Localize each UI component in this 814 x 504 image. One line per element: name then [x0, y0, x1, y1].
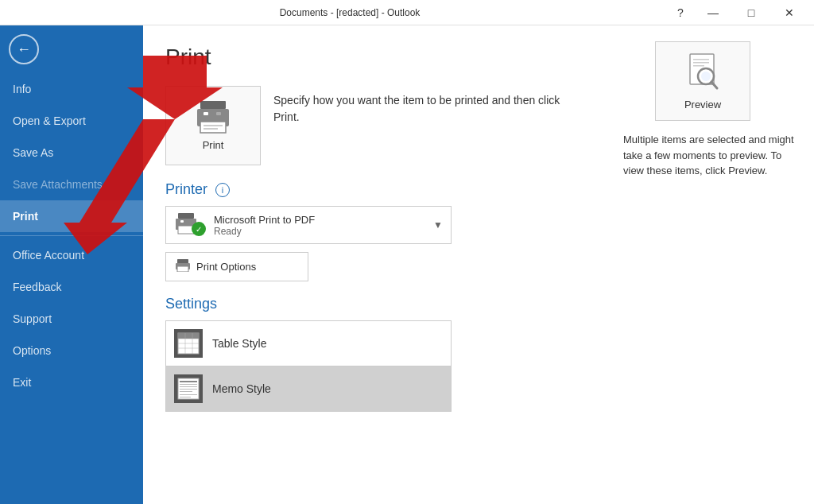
svg-rect-11 — [177, 259, 188, 263]
printer-dropdown-arrow-icon: ▼ — [433, 219, 443, 231]
settings-list: Table Style — [165, 320, 452, 412]
settings-item-memo-style[interactable]: Memo Style — [165, 366, 452, 412]
svg-rect-15 — [178, 333, 199, 339]
printer-info: Microsoft Print to PDF Ready — [214, 214, 433, 237]
preview-panel: Preview Multiple items are selected and … — [607, 25, 814, 504]
back-button[interactable]: ← — [0, 25, 48, 73]
print-options-icon — [176, 259, 190, 274]
table-style-label: Table Style — [212, 337, 266, 350]
svg-rect-7 — [178, 213, 194, 219]
page-title: Print — [165, 45, 585, 70]
sidebar-item-save-attachments: Save Attachments — [0, 169, 143, 200]
svg-rect-27 — [180, 394, 197, 395]
print-description: Specify how you want the item to be prin… — [273, 86, 585, 126]
help-button[interactable]: ? — [668, 0, 693, 25]
print-options-button[interactable]: Print Options — [165, 252, 308, 281]
preview-icon — [684, 52, 722, 94]
printer-name: Microsoft Print to PDF — [214, 214, 433, 226]
sidebar-item-feedback[interactable]: Feedback — [0, 271, 143, 303]
print-button-label: Print — [203, 139, 224, 151]
back-arrow-icon: ← — [9, 34, 39, 64]
sidebar-item-office-account[interactable]: Office Account — [0, 239, 143, 271]
printer-status: Ready — [214, 226, 433, 237]
print-options-label: Print Options — [196, 261, 256, 273]
minimize-button[interactable]: — — [695, 0, 731, 25]
svg-rect-6 — [204, 128, 218, 130]
svg-rect-0 — [200, 101, 226, 109]
preview-button[interactable]: Preview — [655, 41, 750, 121]
print-icon-button[interactable]: Print — [165, 86, 261, 165]
preview-label: Preview — [684, 99, 721, 110]
svg-rect-3 — [204, 112, 208, 115]
content-area: Print Print Specify how y — [143, 25, 814, 504]
svg-rect-25 — [180, 389, 197, 390]
sidebar-item-support[interactable]: Support — [0, 303, 143, 335]
sidebar: ← Info Open & Export Save As Save Attach… — [0, 25, 143, 504]
sidebar-item-options[interactable]: Options — [0, 335, 143, 366]
svg-rect-31 — [693, 62, 709, 64]
svg-point-34 — [701, 72, 711, 81]
settings-item-table-style[interactable]: Table Style — [165, 320, 452, 366]
memo-style-icon — [174, 374, 203, 403]
printer-section-title: Printer — [165, 181, 207, 198]
sidebar-item-print[interactable]: Print — [0, 200, 143, 232]
svg-rect-32 — [693, 65, 704, 67]
sidebar-divider — [0, 235, 143, 236]
sidebar-item-info[interactable]: Info — [0, 73, 143, 105]
titlebar: Documents - [redacted] - Outlook ? — □ ✕ — [0, 0, 814, 25]
maximize-button[interactable]: □ — [733, 0, 769, 25]
svg-rect-28 — [180, 397, 191, 397]
svg-rect-22 — [180, 381, 197, 382]
titlebar-title: Documents - [redacted] - Outlook — [32, 7, 668, 18]
close-button[interactable]: ✕ — [771, 0, 808, 25]
svg-rect-13 — [177, 266, 188, 272]
printer-ready-icon: ✓ — [192, 222, 206, 236]
printer-info-icon[interactable]: i — [215, 183, 230, 197]
svg-rect-23 — [180, 384, 197, 385]
printer-icon-area: ✓ — [174, 213, 206, 237]
sidebar-item-save-as[interactable]: Save As — [0, 137, 143, 169]
svg-rect-4 — [216, 112, 221, 115]
printer-dropdown[interactable]: ✓ Microsoft Print to PDF Ready ▼ — [165, 206, 452, 244]
settings-section-header: Settings — [165, 296, 585, 312]
memo-style-label: Memo Style — [212, 382, 271, 395]
printer-icon — [194, 101, 232, 134]
print-panel: Print Print Specify how y — [143, 25, 607, 504]
svg-rect-30 — [693, 59, 709, 60]
svg-rect-2 — [200, 122, 226, 133]
table-style-icon — [174, 329, 203, 358]
sidebar-item-exit[interactable]: Exit — [0, 366, 143, 398]
sidebar-item-open-export[interactable]: Open & Export — [0, 105, 143, 137]
print-card: Print Specify how you want the item to b… — [165, 86, 585, 165]
svg-rect-26 — [180, 391, 192, 392]
printer-section-header: Printer i — [165, 181, 585, 198]
print-options-small-icon — [176, 259, 190, 272]
svg-rect-5 — [204, 125, 223, 126]
preview-description: Multiple items are selected and might ta… — [623, 132, 798, 179]
settings-section-title: Settings — [165, 296, 217, 312]
svg-rect-10 — [180, 220, 184, 223]
svg-rect-24 — [180, 386, 197, 387]
